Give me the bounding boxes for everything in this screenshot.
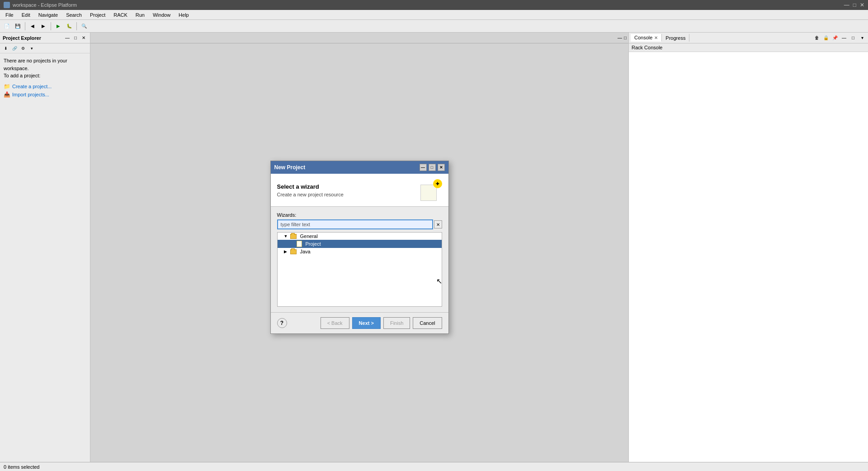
toolbar-separator-3 [76, 22, 77, 30]
tree-label-project: Project [306, 241, 321, 247]
console-tab-label: Console [634, 35, 652, 40]
console-minimize-button[interactable]: — [840, 34, 848, 42]
rack-console-label: Rack Console [632, 45, 662, 50]
tab-progress[interactable]: Progress [662, 34, 689, 42]
menu-window[interactable]: Window [149, 11, 174, 19]
dialog-maximize-button[interactable]: □ [429, 164, 436, 171]
dialog-overlay: New Project — □ ✕ Select a wizard Create… [90, 33, 628, 462]
menu-help[interactable]: Help [175, 11, 193, 19]
eclipse-icon [4, 2, 10, 8]
pe-menu-button[interactable]: ▾ [28, 44, 36, 52]
status-bar: 0 items selected [0, 462, 868, 471]
tab-console[interactable]: Console ✕ [631, 34, 662, 42]
project-explorer-empty-message: There are no projects in your workspace.… [4, 57, 86, 80]
dialog-header: Select a wizard Create a new project res… [271, 174, 448, 207]
dialog-footer-right: < Back Next > Finish Cancel [321, 317, 442, 329]
create-project-icon: 📁 [4, 83, 10, 90]
project-file-icon [297, 241, 302, 247]
cancel-button[interactable]: Cancel [413, 317, 442, 329]
dialog-body: Wizards: ✕ ▼ General [271, 207, 448, 312]
dialog-header-title: Select a wizard [277, 183, 344, 190]
dialog-footer: ? < Back Next > Finish Cancel [271, 312, 448, 333]
tree-toggle-general[interactable]: ▼ [284, 234, 288, 238]
toolbar-back-button[interactable]: ◀ [28, 21, 38, 31]
filter-clear-button[interactable]: ✕ [434, 220, 442, 228]
tree-item-project[interactable]: Project [278, 240, 442, 248]
menu-navigate[interactable]: Navigate [35, 11, 61, 19]
menu-edit[interactable]: Edit [18, 11, 34, 19]
wizard-badge-icon: ✦ [433, 179, 442, 188]
title-bar: workspace - Eclipse Platform — □ ✕ [0, 0, 868, 10]
project-explorer-header: Project Explorer — □ ✕ [0, 33, 90, 43]
dialog-titlebar: New Project — □ ✕ [271, 161, 448, 174]
back-button[interactable]: < Back [321, 317, 349, 329]
menu-rack[interactable]: RACK [110, 11, 131, 19]
wizard-tree[interactable]: ▼ General Project ▶ [277, 232, 442, 307]
toolbar-new-button[interactable]: 📄 [2, 21, 12, 31]
console-view-menu-button[interactable]: ▾ [858, 34, 866, 42]
menu-search[interactable]: Search [62, 11, 85, 19]
import-projects-link[interactable]: 📥 Import projects... [4, 91, 86, 98]
editor-area: — □ New Project — □ ✕ Sel [90, 33, 628, 462]
toolbar-forward-button[interactable]: ▶ [38, 21, 48, 31]
console-pin-button[interactable]: 📌 [831, 34, 839, 42]
console-tabs: Console ✕ Progress [631, 34, 689, 42]
window-title: workspace - Eclipse Platform [13, 2, 77, 8]
finish-button[interactable]: Finish [383, 317, 410, 329]
maximize-button[interactable]: □ [853, 2, 856, 8]
toolbar-search-button[interactable]: 🔍 [79, 21, 89, 31]
project-explorer-content: There are no projects in your workspace.… [0, 53, 90, 462]
console-clear-button[interactable]: 🗑 [813, 34, 821, 42]
toolbar-separator-1 [25, 22, 25, 30]
pe-minimize-button[interactable]: — [64, 34, 71, 42]
project-explorer-panel: Project Explorer — □ ✕ ⬇ 🔗 ⚙ ▾ There are… [0, 33, 90, 462]
dialog-close-button[interactable]: ✕ [438, 164, 445, 171]
dialog-title: New Project [274, 164, 306, 171]
next-button[interactable]: Next > [352, 317, 381, 329]
tree-item-java[interactable]: ▶ Java [278, 248, 442, 255]
console-tab-close[interactable]: ✕ [654, 35, 658, 40]
import-projects-icon: 📥 [4, 91, 10, 98]
pe-collapse-button[interactable]: ⬇ [2, 44, 10, 52]
console-toolbar: 🗑 🔒 📌 — □ ▾ [813, 34, 866, 42]
toolbar-save-button[interactable]: 💾 [13, 21, 23, 31]
menu-file[interactable]: File [2, 11, 17, 19]
toolbar-run-button[interactable]: ▶ [53, 21, 63, 31]
menu-run[interactable]: Run [132, 11, 148, 19]
pe-link-button[interactable]: 🔗 [10, 44, 19, 52]
java-folder-icon [290, 249, 297, 254]
tree-label-general: General [300, 233, 318, 239]
general-folder-icon [290, 234, 297, 239]
pe-maximize-button[interactable]: □ [72, 34, 79, 42]
pe-filter-button[interactable]: ⚙ [19, 44, 27, 52]
tree-item-general[interactable]: ▼ General [278, 233, 442, 240]
create-project-link[interactable]: 📁 Create a project... [4, 83, 86, 90]
console-maximize-button[interactable]: □ [849, 34, 857, 42]
console-subheader: Rack Console [629, 43, 868, 52]
pe-close-button[interactable]: ✕ [80, 34, 87, 42]
filter-box: ✕ [277, 219, 442, 229]
close-button[interactable]: ✕ [860, 2, 864, 8]
console-panel: Console ✕ Progress 🗑 🔒 📌 — □ ▾ Rack Cons… [628, 33, 868, 462]
dialog-minimize-button[interactable]: — [420, 164, 427, 171]
main-area: Project Explorer — □ ✕ ⬇ 🔗 ⚙ ▾ There are… [0, 33, 868, 462]
console-content[interactable] [629, 52, 868, 462]
title-bar-left: workspace - Eclipse Platform [4, 2, 77, 8]
menu-bar: File Edit Navigate Search Project RACK R… [0, 10, 868, 20]
status-message: 0 items selected [4, 464, 39, 470]
help-button[interactable]: ? [277, 318, 287, 328]
progress-tab-label: Progress [665, 35, 685, 41]
dialog-header-icon: ✦ [420, 179, 442, 201]
new-project-dialog: New Project — □ ✕ Select a wizard Create… [270, 161, 449, 334]
tree-toggle-java[interactable]: ▶ [284, 249, 288, 254]
window-controls: — □ ✕ [844, 2, 864, 8]
tree-label-java: Java [300, 249, 311, 254]
minimize-button[interactable]: — [844, 2, 849, 8]
project-explorer-header-buttons: — □ ✕ [64, 34, 87, 42]
console-scroll-lock-button[interactable]: 🔒 [822, 34, 830, 42]
filter-input[interactable] [277, 219, 433, 229]
wizard-icon [420, 185, 437, 201]
menu-project[interactable]: Project [86, 11, 109, 19]
toolbar-debug-button[interactable]: 🐛 [64, 21, 74, 31]
dialog-titlebar-buttons: — □ ✕ [420, 164, 445, 171]
